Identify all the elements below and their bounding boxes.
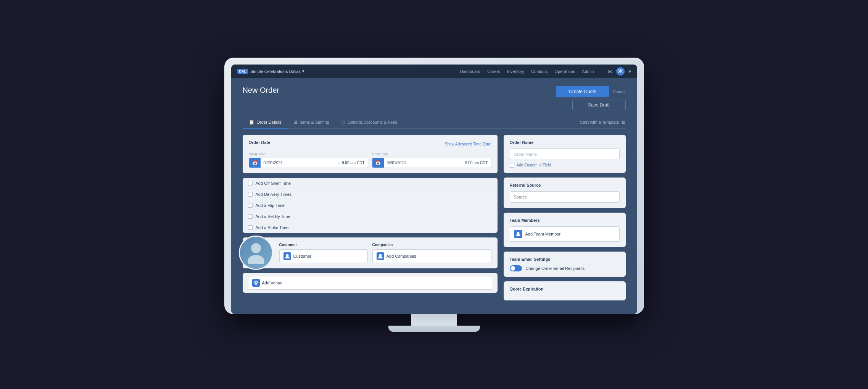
tab-options-discounts[interactable]: ◎ Options, Discounts & Fees bbox=[335, 116, 403, 129]
customer-add-icon bbox=[283, 252, 291, 260]
calendar-icon[interactable]: 📅 bbox=[249, 158, 261, 168]
custom-id-checkbox[interactable] bbox=[510, 163, 514, 168]
companies-add-icon bbox=[377, 252, 384, 260]
monitor-stand bbox=[388, 314, 480, 332]
customer-companies-card: Customer Customer bbox=[243, 237, 498, 268]
set-by-checkbox[interactable] bbox=[248, 214, 253, 219]
left-panel: Order Date Show Advanced Time Zone Order… bbox=[243, 135, 498, 300]
team-member-icon bbox=[514, 230, 522, 238]
customer-placeholder: Customer bbox=[293, 254, 312, 258]
options-icon: ◎ bbox=[341, 119, 345, 125]
companies-section: Companies Add Companies bbox=[372, 243, 491, 263]
flip-time-row[interactable]: Add a Flip Time bbox=[243, 200, 498, 211]
nav-link-operations[interactable]: Operations bbox=[555, 69, 575, 74]
set-by-time-row[interactable]: Add a Set By Time bbox=[243, 211, 498, 222]
nav-bar: DAL Simple Celebrations Dallas ▾ Dashboa… bbox=[231, 65, 637, 78]
off-shelf-time-row[interactable]: Add Off-Shelf Time bbox=[243, 178, 498, 189]
custom-id-row[interactable]: Add Custom Id Field bbox=[510, 163, 620, 168]
quote-expiration-title: Quote Expiration bbox=[510, 287, 620, 291]
chevron-down-icon: ▾ bbox=[302, 69, 304, 74]
venue-section: Add Venue bbox=[243, 273, 498, 293]
stand-neck bbox=[411, 314, 457, 326]
strike-time-row[interactable]: Add a Strike Time bbox=[243, 222, 498, 233]
strike-time-checkbox[interactable] bbox=[248, 225, 253, 230]
delivery-times-checkbox[interactable] bbox=[248, 192, 253, 197]
save-draft-button[interactable]: Save Draft bbox=[572, 100, 626, 110]
add-customer-button[interactable]: Customer bbox=[279, 249, 368, 263]
start-time-value: 9:00 am CDT bbox=[338, 161, 367, 165]
svg-point-0 bbox=[251, 243, 261, 253]
order-name-input[interactable] bbox=[510, 148, 620, 160]
stand-base bbox=[388, 326, 480, 332]
delivery-times-row[interactable]: Add Delivery Times bbox=[243, 189, 498, 200]
tab-order-details[interactable]: 📋 Order Details bbox=[243, 116, 288, 129]
order-date-title: Order Date bbox=[249, 140, 271, 145]
order-start-label: Order Start bbox=[249, 152, 368, 156]
end-time-value: 9:00 pm CDT bbox=[462, 161, 491, 165]
add-companies-label: Add Companies bbox=[386, 254, 416, 258]
order-details-icon: 📋 bbox=[249, 119, 254, 125]
referral-source-input[interactable] bbox=[510, 191, 620, 203]
off-shelf-checkbox[interactable] bbox=[248, 181, 253, 186]
nav-right: ✉ SK ▾ bbox=[608, 67, 631, 76]
quote-expiration-card: Quote Expiration bbox=[504, 281, 626, 300]
start-date-value: 04/01/2024 bbox=[261, 161, 339, 165]
team-members-title: Team Members bbox=[510, 218, 620, 223]
template-button[interactable]: Start with a Template 🗎 bbox=[580, 117, 626, 128]
referral-source-title: Referral Source bbox=[510, 183, 620, 187]
content-area: New Order Create Quote Cancel Save Draft… bbox=[231, 78, 637, 314]
flip-time-checkbox[interactable] bbox=[248, 203, 253, 208]
flip-time-label: Add a Flip Time bbox=[256, 203, 285, 208]
delivery-times-label: Add Delivery Times bbox=[256, 192, 292, 197]
page-title: New Order bbox=[243, 86, 280, 95]
nav-links: Dashboard Orders Inventory Contacts Oper… bbox=[460, 69, 594, 74]
nav-link-orders[interactable]: Orders bbox=[487, 69, 500, 74]
main-grid: Order Date Show Advanced Time Zone Order… bbox=[243, 129, 626, 307]
time-options-section: Add Off-Shelf Time Add Delivery Times Ad… bbox=[243, 178, 498, 233]
order-name-title: Order Name bbox=[510, 140, 620, 145]
add-venue-button[interactable]: Add Venue bbox=[248, 276, 492, 290]
add-team-member-label: Add Team Member bbox=[525, 232, 561, 236]
svg-point-1 bbox=[248, 255, 264, 264]
avatar[interactable]: SK bbox=[616, 67, 625, 76]
order-start-group: Order Start 📅 04/01/2024 9:00 am CDT bbox=[249, 152, 368, 168]
nav-link-dashboard[interactable]: Dashboard bbox=[460, 69, 480, 74]
items-staffing-icon: ⊞ bbox=[293, 119, 297, 125]
order-end-label: Order End bbox=[372, 152, 491, 156]
add-companies-button[interactable]: Add Companies bbox=[372, 249, 491, 263]
email-recipients-label: Change Order Email Recipients bbox=[526, 266, 585, 271]
order-end-group: Order End 📅 04/01/2024 9:00 pm CDT bbox=[372, 152, 491, 168]
calendar-end-icon[interactable]: 📅 bbox=[372, 158, 384, 168]
end-date-value: 04/01/2024 bbox=[384, 161, 462, 165]
show-timezone-link[interactable]: Show Advanced Time Zone bbox=[445, 142, 491, 146]
tabs-row: 📋 Order Details ⊞ Items & Staffing ◎ Opt… bbox=[243, 116, 626, 129]
nav-link-inventory[interactable]: Inventory bbox=[507, 69, 524, 74]
email-recipients-row: Change Order Email Recipients bbox=[510, 265, 620, 271]
order-name-card: Order Name Add Custom Id Field bbox=[504, 135, 626, 173]
team-email-settings-card: Team Email Settings Change Order Email R… bbox=[504, 252, 626, 277]
mail-icon[interactable]: ✉ bbox=[608, 68, 612, 74]
order-end-input[interactable]: 📅 04/01/2024 9:00 pm CDT bbox=[372, 158, 491, 168]
email-recipients-toggle[interactable] bbox=[510, 265, 522, 271]
right-panel: Order Name Add Custom Id Field Referral … bbox=[504, 135, 626, 300]
tab-items-staffing[interactable]: ⊞ Items & Staffing bbox=[287, 116, 335, 129]
order-date-header: Order Date Show Advanced Time Zone bbox=[249, 140, 491, 148]
create-quote-button[interactable]: Create Quote bbox=[556, 86, 609, 97]
nav-company[interactable]: Simple Celebrations Dallas ▾ bbox=[250, 69, 304, 74]
nav-link-admin[interactable]: Admin bbox=[582, 69, 594, 74]
cancel-button[interactable]: Cancel bbox=[612, 89, 625, 94]
companies-title: Companies bbox=[372, 243, 491, 247]
set-by-label: Add a Set By Time bbox=[256, 214, 290, 219]
strike-time-label: Add a Strike Time bbox=[256, 225, 289, 230]
order-date-card: Order Date Show Advanced Time Zone Order… bbox=[243, 135, 498, 173]
nav-link-contacts[interactable]: Contacts bbox=[531, 69, 548, 74]
date-fields-row: Order Start 📅 04/01/2024 9:00 am CDT Ord… bbox=[249, 152, 491, 168]
template-icon: 🗎 bbox=[622, 120, 626, 124]
custom-id-label: Add Custom Id Field bbox=[517, 163, 551, 167]
add-team-member-button[interactable]: Add Team Member bbox=[510, 226, 620, 242]
order-start-input[interactable]: 📅 04/01/2024 9:00 am CDT bbox=[249, 158, 368, 168]
tabs-left: 📋 Order Details ⊞ Items & Staffing ◎ Opt… bbox=[243, 116, 403, 128]
page-header: New Order Create Quote Cancel Save Draft bbox=[243, 86, 626, 110]
monitor-screen: DAL Simple Celebrations Dallas ▾ Dashboa… bbox=[231, 65, 637, 314]
chevron-down-icon[interactable]: ▾ bbox=[628, 68, 631, 74]
